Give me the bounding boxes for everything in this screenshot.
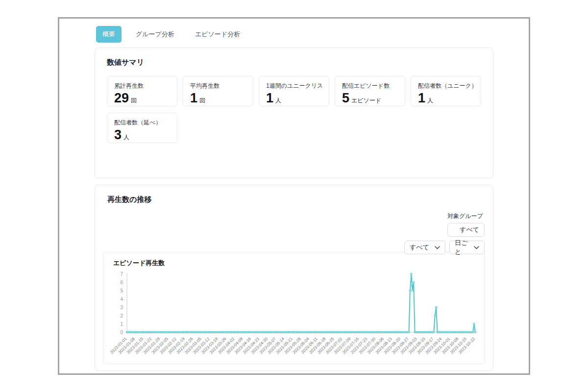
summary-card: 数値サマリ 累計再生数 29回 平均再生数 1回 1週間のユニークリスナー数 1… — [95, 48, 493, 178]
trend-title: 再生数の推移 — [107, 195, 485, 204]
stat-broadcasters-unique: 配信者数（ユニーク） 1人 — [411, 76, 481, 106]
tab-group-analysis[interactable]: グループ分析 — [129, 26, 181, 43]
group-filter-label: 対象グループ — [447, 212, 485, 220]
stat-value: 1 — [190, 91, 197, 105]
svg-text:3: 3 — [120, 305, 123, 310]
svg-text:5: 5 — [120, 288, 123, 294]
stat-label: 1週間のユニークリスナー数 — [266, 82, 322, 90]
chevron-down-icon — [474, 246, 479, 249]
svg-text:7: 7 — [120, 271, 123, 277]
group-filter-value: すべて — [460, 225, 479, 234]
episode-filter-select[interactable]: すべて — [404, 241, 445, 254]
stat-value: 5 — [342, 91, 349, 105]
trend-chart-svg: 012345672023-01-012023-01-082023-01-1520… — [110, 270, 487, 359]
granularity-value: 日ごと — [455, 239, 470, 256]
app-window: 概要 グループ分析 エピソード分析 数値サマリ 累計再生数 29回 平均再生数 … — [58, 17, 530, 375]
stat-episode-count: 配信エピソード数 5エピソード — [335, 76, 405, 106]
group-filter-select[interactable]: すべて — [447, 223, 485, 237]
stat-unit: 回 — [131, 97, 137, 104]
stat-label: 配信エピソード数 — [342, 82, 398, 90]
trend-filters: 対象グループ すべて すべて 日ごと — [404, 212, 485, 254]
stat-label: 配信者数（延べ） — [114, 119, 170, 127]
svg-text:1: 1 — [120, 321, 123, 327]
stat-total-plays: 累計再生数 29回 — [107, 76, 177, 106]
analytics-tabs: 概要 グループ分析 エピソード分析 — [95, 26, 493, 43]
stat-value: 1 — [418, 91, 425, 105]
summary-title: 数値サマリ — [107, 58, 481, 67]
tab-episode-analysis[interactable]: エピソード分析 — [189, 26, 246, 43]
stat-label: 配信者数（ユニーク） — [418, 82, 474, 90]
episode-filter-value: すべて — [410, 243, 429, 252]
stat-value: 3 — [114, 127, 122, 142]
svg-text:6: 6 — [120, 280, 123, 285]
stats-grid: 累計再生数 29回 平均再生数 1回 1週間のユニークリスナー数 1人 配信エピ… — [107, 76, 481, 143]
stat-label: 平均再生数 — [190, 82, 246, 90]
stat-label: 累計再生数 — [114, 82, 170, 90]
stat-unit: エピソード — [351, 97, 381, 104]
episode-plays-chart-panel: エピソード再生数 012345672023-01-012023-01-08202… — [103, 252, 485, 364]
svg-text:2: 2 — [120, 313, 123, 318]
chart-title: エピソード再生数 — [113, 259, 482, 268]
stat-value: 29 — [114, 91, 129, 105]
granularity-select[interactable]: 日ごと — [449, 241, 485, 254]
stat-unit: 回 — [199, 97, 205, 104]
stat-weekly-unique-listeners: 1週間のユニークリスナー数 1人 — [259, 76, 329, 106]
svg-text:4: 4 — [120, 296, 123, 302]
tab-overview[interactable]: 概要 — [96, 26, 122, 43]
stat-unit: 人 — [427, 97, 433, 104]
trend-card: 再生数の推移 対象グループ すべて すべて 日 — [95, 185, 493, 371]
svg-text:0: 0 — [120, 330, 123, 335]
stat-unit: 人 — [123, 134, 129, 141]
stat-average-plays: 平均再生数 1回 — [183, 76, 253, 106]
chevron-down-icon — [435, 246, 440, 249]
stat-value: 1 — [266, 91, 273, 105]
stat-unit: 人 — [275, 97, 281, 104]
stat-broadcasters-total: 配信者数（延べ） 3人 — [107, 113, 177, 143]
